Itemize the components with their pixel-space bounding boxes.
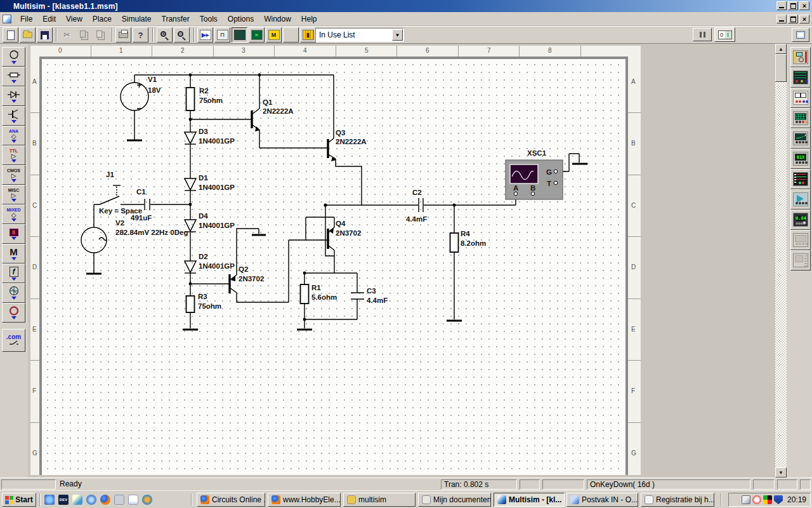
paste-button[interactable]	[92, 27, 108, 43]
menu-place[interactable]: Place	[88, 13, 117, 25]
palette-electromechanical-button[interactable]	[2, 283, 25, 303]
menu-transfer[interactable]: Transfer	[157, 13, 195, 25]
task-circuits-online[interactable]: Circuits Online ...	[197, 493, 265, 507]
quicklaunch-media-player-icon[interactable]	[142, 495, 152, 505]
close-button[interactable]: ×	[799, 1, 809, 10]
menu-options[interactable]: Options	[223, 13, 259, 25]
schematic-sheet[interactable]	[42, 59, 625, 475]
in-use-list-combobox[interactable]: In Use List ▼	[315, 28, 404, 42]
window-titlebar[interactable]: Multisim - [klasseb1.1.msm] ×	[0, 0, 812, 12]
page-border	[39, 57, 42, 475]
new-button[interactable]	[3, 27, 18, 43]
palette-cmos-button[interactable]: CMOS▷	[2, 165, 25, 185]
capture-screen-button[interactable]	[232, 27, 247, 43]
task-postvak-in[interactable]: Postvak IN - O...	[566, 493, 638, 507]
palette-analog-button[interactable]: ANA◇	[2, 126, 25, 145]
cut-button[interactable]: ✂	[59, 27, 75, 43]
palette-ttl-button[interactable]: TTL▷	[2, 145, 25, 165]
menu-help[interactable]: Help	[296, 13, 322, 25]
taskbar-clock[interactable]: 20:19	[787, 495, 806, 504]
logic-analyzer-button[interactable]	[790, 169, 811, 189]
design-toolbox-button[interactable]	[792, 28, 809, 42]
quicklaunch-notes-icon[interactable]	[128, 495, 138, 505]
zoom-in-button[interactable]: +	[157, 27, 173, 43]
spectrum-analyzer-button[interactable]	[790, 250, 811, 271]
palette-more-components-button[interactable]	[2, 303, 25, 323]
palette-rf-button[interactable]: f	[2, 264, 25, 283]
palette-indicators-button[interactable]: 8	[2, 224, 25, 244]
document-icon[interactable]	[3, 15, 11, 23]
pause-simulation-button[interactable]	[693, 28, 712, 41]
task-multisim-active[interactable]: Multisim - [kl...	[494, 493, 565, 507]
bode-plotter-button[interactable]	[790, 128, 811, 149]
palette-misc-button[interactable]: M	[2, 244, 25, 264]
task-mijn-documenten[interactable]: Mijn documenten	[418, 493, 491, 507]
menu-file[interactable]: File	[15, 13, 37, 25]
combobox-dropdown-button[interactable]: ▼	[392, 29, 403, 41]
help-button[interactable]: ?	[133, 27, 148, 43]
save-button[interactable]	[37, 27, 53, 43]
distortion-analyzer-button[interactable]: 0.04	[790, 210, 811, 230]
quicklaunch-calculator-icon[interactable]	[114, 495, 124, 505]
menu-tools[interactable]: Tools	[195, 13, 223, 25]
zoom-out-button[interactable]: −	[174, 27, 190, 43]
scroll-up-button[interactable]: ▲	[775, 44, 787, 54]
run-simulation-switch[interactable]: 0I	[714, 27, 735, 42]
logic-converter-button[interactable]	[790, 189, 811, 210]
security-lock-icon[interactable]	[742, 495, 750, 504]
palette-mixed-button[interactable]: MIXED◇	[2, 204, 25, 224]
menu-edit[interactable]: Edit	[37, 13, 61, 25]
palette-transistors-button[interactable]	[2, 106, 25, 126]
quicklaunch-messenger-icon[interactable]	[44, 495, 55, 505]
minimize-icon	[779, 7, 784, 8]
palette-sources-button[interactable]: +-	[2, 47, 25, 67]
status-panel	[1, 479, 56, 490]
mdi-minimize-button[interactable]	[776, 15, 787, 23]
vertical-scrollbar[interactable]: ▲ ▼	[775, 44, 787, 478]
scrollbar-thumb[interactable]	[775, 54, 787, 82]
toolbar-separator	[152, 28, 154, 42]
print-button[interactable]	[115, 27, 131, 43]
minimize-button[interactable]	[776, 1, 787, 10]
mdi-close-button[interactable]: ×	[799, 15, 809, 23]
copy-button[interactable]	[75, 27, 91, 43]
database-button[interactable]: ⊓	[214, 27, 230, 43]
chip-icon: ▮	[303, 30, 314, 40]
ruler-number: 2	[181, 47, 185, 54]
task-multisim-folder[interactable]: multisim	[343, 493, 416, 507]
palette-basic-button[interactable]	[2, 67, 25, 86]
oscilloscope-button[interactable]	[790, 108, 811, 128]
quicklaunch-internet-explorer-icon[interactable]	[86, 495, 96, 505]
word-generator-button[interactable]: 01X	[790, 149, 811, 169]
open-button[interactable]	[20, 27, 36, 43]
component-list-button[interactable]: ▶▸	[197, 27, 213, 43]
menu-view[interactable]: View	[61, 13, 88, 25]
quicklaunch-dev-icon[interactable]: DEV	[58, 495, 69, 505]
analysis-button[interactable]: M	[266, 27, 282, 43]
start-button[interactable]: Start	[2, 493, 36, 507]
quicklaunch-outlook-icon[interactable]	[72, 495, 82, 505]
save-floppy-icon	[41, 31, 49, 39]
blocked-icon[interactable]	[752, 495, 761, 504]
ruler-number: 1	[119, 47, 123, 54]
menu-window[interactable]: Window	[259, 13, 296, 25]
task-hobbyele[interactable]: www.HobbyEle...	[268, 493, 341, 507]
firewall-icon[interactable]	[763, 495, 772, 504]
ruler-number: 0	[58, 47, 62, 54]
scroll-down-button[interactable]: ▼	[775, 467, 787, 478]
grapher-button[interactable]: ≈	[249, 27, 265, 43]
function-generator-button[interactable]	[790, 67, 811, 88]
multimeter-button[interactable]	[790, 47, 811, 67]
palette-diodes-button[interactable]	[2, 86, 25, 106]
restore-button[interactable]	[788, 1, 798, 10]
menu-simulate[interactable]: Simulate	[117, 13, 157, 25]
network-analyzer-button[interactable]	[790, 230, 811, 250]
wattmeter-button[interactable]	[790, 88, 811, 108]
shield-icon[interactable]	[774, 495, 783, 504]
palette-misc-digital-button[interactable]: MISC▷	[2, 185, 25, 204]
mdi-restore-button[interactable]	[788, 15, 798, 23]
palette-edaparts-com-button[interactable]: .com	[2, 329, 25, 352]
quicklaunch-firefox-icon[interactable]	[100, 495, 110, 505]
vhdl-button[interactable]: ▮	[300, 27, 316, 43]
task-registratie[interactable]: Registratie bij h...	[641, 493, 714, 507]
